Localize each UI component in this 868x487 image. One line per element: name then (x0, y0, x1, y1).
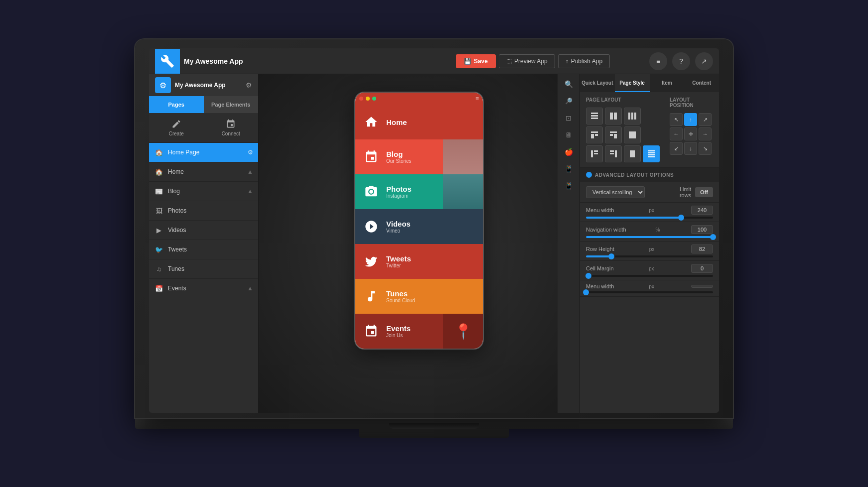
connect-action[interactable]: Connect (204, 113, 259, 142)
tab-page-elements[interactable]: Page Elements (204, 96, 259, 113)
pos-center[interactable]: ✛ (684, 127, 697, 140)
layout-2col-icon[interactable] (605, 108, 622, 124)
layout-grid-right-icon[interactable] (605, 126, 622, 143)
sidebar-actions: Create Connect (149, 113, 258, 143)
cell-margin-value[interactable]: 0 (691, 264, 713, 273)
menu-width-2-track[interactable] (586, 291, 713, 293)
preview-toolbar: 🔍 🔎 ⊡ 🖥 🍎 📱 📱 (558, 74, 579, 413)
events-bg-image: 📍 (443, 314, 483, 349)
zoom-in-button[interactable]: 🔍 (561, 76, 577, 92)
scrolling-dropdown[interactable]: Vertical scrolling (586, 186, 645, 198)
menu-width-fill (586, 217, 681, 219)
publish-button[interactable]: ↑ Publish App (558, 54, 610, 68)
menu-width-thumb[interactable] (678, 215, 684, 221)
blog-bg-image (443, 139, 483, 174)
android-button[interactable]: 📱 (561, 161, 577, 177)
menu-width-value[interactable]: 240 (691, 206, 713, 215)
limit-rows-toggle[interactable]: Off (695, 187, 713, 197)
publish-icon: ↑ (566, 58, 569, 65)
preview-button[interactable]: ⬚ Preview App (499, 54, 555, 68)
help-icon-button[interactable]: ? (672, 52, 690, 70)
mobile-view-button[interactable]: 📱 (561, 178, 577, 194)
tab-content[interactable]: Content (684, 74, 719, 92)
app-title: My Awesome App (184, 57, 417, 65)
menu-row-home[interactable]: Home (355, 105, 483, 139)
layout-full-icon[interactable] (624, 126, 641, 143)
svg-rect-17 (594, 150, 598, 152)
row-height-track[interactable] (586, 255, 713, 257)
save-button[interactable]: 💾 Save (456, 54, 496, 68)
sidebar-item-photos[interactable]: 🖼 Photos (149, 201, 258, 221)
create-action[interactable]: Create (149, 113, 204, 142)
tab-item[interactable]: Item (650, 74, 685, 92)
row-height-thumb[interactable] (608, 253, 614, 259)
menu-row-events[interactable]: Events Join Us 📍 (355, 314, 483, 349)
pos-middle-left[interactable]: ← (670, 127, 683, 140)
screen-bezel: My Awesome App 💾 Save ⬚ Preview App ↑ (135, 39, 733, 418)
sidebar-header: ⚙ My Awesome App ⚙ (149, 74, 258, 96)
blog-icon: 📰 (154, 186, 164, 196)
nav-width-track[interactable] (586, 236, 713, 238)
layout-3col-icon[interactable] (624, 108, 641, 124)
tunes-menu-text: Tunes Sound Cloud (386, 289, 415, 303)
apple-button[interactable]: 🍎 (561, 144, 577, 160)
menu-row-tweets[interactable]: Tweets Twitter (355, 244, 483, 279)
menu-width-2-thumb[interactable] (583, 289, 589, 295)
svg-rect-13 (610, 134, 613, 136)
center-preview: ≡ Home (259, 74, 579, 413)
menu-width-2-value[interactable] (691, 285, 713, 288)
cell-margin-thumb[interactable] (585, 273, 591, 279)
layout-1col-icon[interactable] (586, 108, 603, 124)
pos-bottom-right[interactable]: ↘ (699, 142, 712, 155)
pos-top-center[interactable]: ↑ (684, 113, 697, 126)
layout-sidebar-left-icon[interactable] (586, 145, 603, 162)
menu-row-tunes[interactable]: Tunes Sound Cloud (355, 279, 483, 314)
main-content: ⚙ My Awesome App ⚙ Pages Page Elements (149, 74, 719, 413)
zoom-out-button[interactable]: 🔎 (561, 93, 577, 109)
pos-bottom-left[interactable]: ↙ (670, 142, 683, 155)
nav-width-thumb[interactable] (710, 234, 716, 240)
list-icon-button[interactable]: ≡ (649, 52, 667, 70)
menu-width-track[interactable] (586, 217, 713, 219)
menu-row-photos[interactable]: Photos Instagram (355, 174, 483, 209)
sidebar-item-tunes[interactable]: ♫ Tunes (149, 259, 258, 279)
sidebar-item-home[interactable]: 🏠 Home ▲ (149, 162, 258, 182)
cell-margin-unit: px (649, 266, 654, 271)
preview-background: ≡ Home (259, 74, 579, 413)
tab-page-style[interactable]: Page Style (615, 74, 650, 92)
photos-menu-icon (362, 183, 380, 201)
layout-list-active-icon[interactable] (643, 145, 660, 162)
pos-top-right[interactable]: ↗ (699, 113, 712, 126)
pos-middle-right[interactable]: → (699, 127, 712, 140)
svg-rect-12 (610, 131, 617, 133)
nav-width-value[interactable]: 100 (691, 225, 713, 234)
app-logo (155, 49, 180, 74)
sidebar-item-tweets[interactable]: 🐦 Tweets (149, 240, 258, 259)
sidebar-item-events[interactable]: 📅 Events ▲ (149, 279, 258, 298)
photos-icon: 🖼 (154, 206, 164, 216)
help-icon: ? (679, 57, 683, 65)
tab-pages[interactable]: Pages (149, 96, 204, 113)
events-icon: 📅 (154, 283, 164, 293)
tab-quick-layout[interactable]: Quick Layout (580, 74, 615, 92)
menu-row-videos[interactable]: Videos Vimeo (355, 209, 483, 244)
desktop-view-button[interactable]: 🖥 (561, 127, 577, 143)
layout-grid-left-icon[interactable] (586, 126, 603, 143)
laptop-stand (359, 429, 509, 438)
menu-row-blog[interactable]: Blog Our Stories (355, 139, 483, 174)
sidebar-item-homepage[interactable]: 🏠 Home Page ⚙ (149, 143, 258, 162)
cell-margin-track[interactable] (586, 275, 713, 277)
sidebar-settings-icon[interactable]: ⚙ (246, 81, 252, 89)
pos-bottom-center[interactable]: ↓ (684, 142, 697, 155)
sidebar-item-videos[interactable]: ▶ Videos (149, 221, 258, 240)
limit-rows-label: Limit rows (680, 186, 691, 198)
export-icon-button[interactable]: ↗ (695, 52, 713, 70)
nav-width-fill (586, 236, 713, 238)
fit-screen-button[interactable]: ⊡ (561, 110, 577, 126)
sidebar-tabs: Pages Page Elements (149, 96, 258, 113)
pos-top-left[interactable]: ↖ (670, 113, 683, 126)
row-height-value[interactable]: 82 (691, 244, 713, 253)
layout-center-icon[interactable] (624, 145, 641, 162)
sidebar-item-blog[interactable]: 📰 Blog ▲ (149, 182, 258, 201)
layout-sidebar-right-icon[interactable] (605, 145, 622, 162)
